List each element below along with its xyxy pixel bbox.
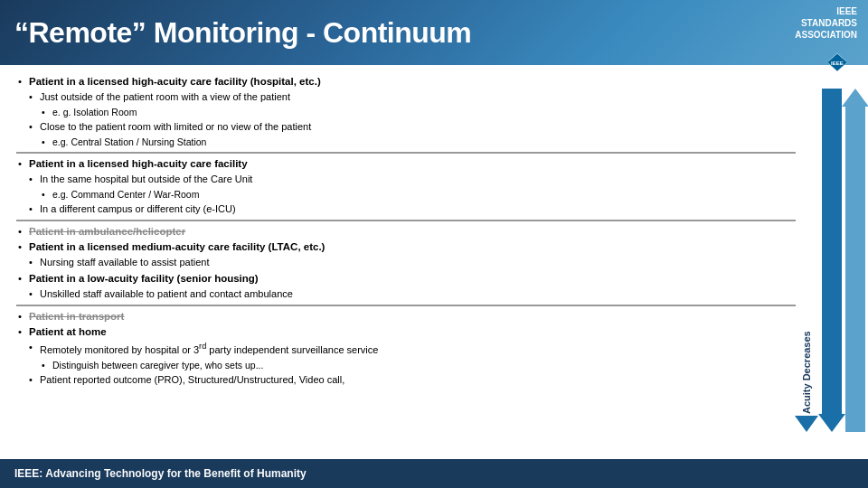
bullet-list: Patient in a licensed high-acuity care f… [16,74,796,388]
page-title: “Remote” Monitoring - Continuum [14,16,471,50]
list-item: Patient in transport [16,309,796,324]
content-area: Patient in a licensed high-acuity care f… [0,65,807,455]
list-item: Unskilled staff available to patient and… [16,287,796,302]
acuity-section: Acuity Decreases [795,89,818,432]
list-item: Patient at home [16,324,796,340]
list-item: Remotely monitored by hospital or 3rd pa… [16,341,796,358]
main-content: Patient in a licensed high-acuity care f… [0,65,868,455]
list-item: Just outside of the patient room with a … [16,90,796,105]
list-item: Distinguish between caregiver type, who … [16,359,796,372]
acuity-arrow-body [822,89,842,432]
acuity-label: Acuity Decreases [801,89,812,414]
right-panel: Acuity Decreases Response Time Increases [807,65,868,455]
header: “Remote” Monitoring - Continuum IEEE STA… [0,0,868,65]
list-item: e.g. Command Center / War-Room [16,188,796,202]
acuity-arrow-tip [795,416,818,432]
list-item: Patient in a licensed high-acuity care f… [16,156,796,172]
response-arrow-head [842,89,868,107]
list-item: Patient in a licensed high-acuity care f… [16,74,796,89]
response-arrow-body [845,89,865,432]
list-item: Patient in ambulance/helicopter [16,224,796,239]
list-item: Patient in a low-acuity facility (senior… [16,271,796,286]
footer: IEEE: Advancing Technology for the Benef… [0,459,868,488]
footer-text: IEEE: Advancing Technology for the Benef… [14,467,307,480]
arrow-container: Acuity Decreases Response Time Increases [795,89,868,432]
acuity-arrow-head [818,414,845,432]
list-item: e. g. Isolation Room [16,106,796,119]
list-item: Close to the patient room with limited o… [16,120,796,135]
list-item: In a different campus or different city … [16,202,796,217]
list-item: Nursing staff available to assist patien… [16,256,796,270]
ieee-standards-text: IEEE STANDARDS ASSOCIATION [795,5,857,41]
list-item: Patient in a licensed medium-acuity care… [16,239,796,255]
list-item: In the same hospital but outside of the … [16,173,796,187]
list-item: Patient reported outcome (PRO), Structur… [16,373,796,388]
list-item: e.g. Central Station / Nursing Station [16,136,796,149]
